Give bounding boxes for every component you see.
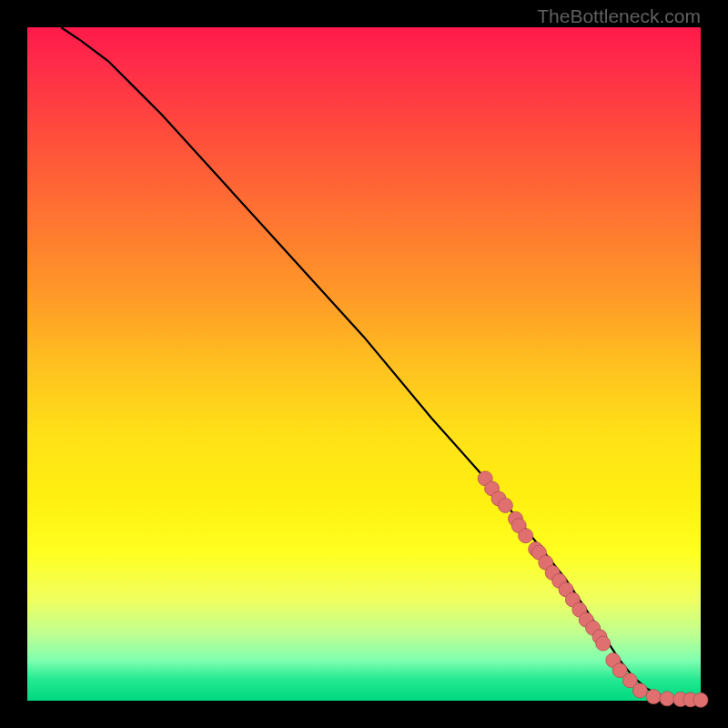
data-point [632, 683, 647, 698]
chart-overlay [27, 27, 701, 701]
data-point [498, 498, 512, 512]
data-point [519, 529, 533, 543]
bottleneck-curve [61, 27, 701, 700]
attribution-text: TheBottleneck.com [537, 5, 701, 27]
data-point [693, 693, 708, 707]
data-point [660, 692, 674, 706]
data-point [596, 636, 611, 651]
scatter-points [478, 471, 708, 708]
data-point [646, 690, 661, 704]
chart-container [27, 27, 701, 701]
